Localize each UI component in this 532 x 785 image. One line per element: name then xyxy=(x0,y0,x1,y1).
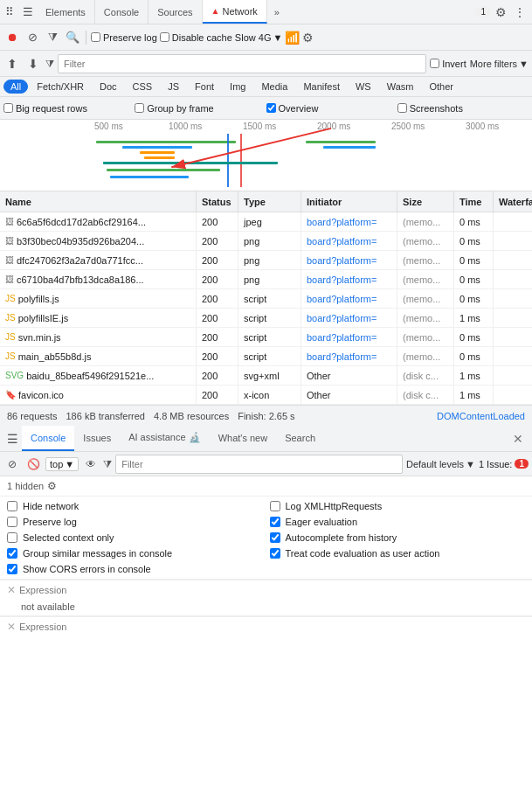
chip-doc[interactable]: Doc xyxy=(93,80,124,94)
table-row[interactable]: JS polyfillsIE.js 200 script board?platf… xyxy=(0,309,532,328)
search-icon[interactable]: 🔍 xyxy=(64,29,81,46)
preserve-log-console-checkbox[interactable] xyxy=(7,517,17,527)
chip-all[interactable]: All xyxy=(3,80,28,94)
chip-other[interactable]: Other xyxy=(422,80,460,94)
more-options-icon[interactable]: ⋮ xyxy=(511,5,529,19)
th-time[interactable]: Time xyxy=(454,191,494,212)
expression-close-icon-2[interactable]: ✕ xyxy=(7,621,16,633)
wifi-icon[interactable]: 📶 xyxy=(285,31,300,45)
settings-gear-icon[interactable]: ⚙ xyxy=(47,480,57,492)
table-row[interactable]: 🖼 b3f30bec04b935d926ba204... 200 png boa… xyxy=(0,232,532,251)
group-similar-checkbox[interactable] xyxy=(7,548,17,559)
console-context-selector[interactable]: top ▼ xyxy=(45,457,79,471)
console-clear-btn[interactable]: ⊘ xyxy=(3,455,21,473)
filter-icon[interactable]: ⧩ xyxy=(44,29,61,46)
group-similar-option[interactable]: Group similar messages in console xyxy=(7,545,263,561)
console-menu-icon[interactable]: ☰ xyxy=(3,432,22,446)
table-row[interactable]: 🖼 dfc247062f3a2a7d0a771fcc... 200 png bo… xyxy=(0,251,532,270)
import-icon[interactable]: ⬆ xyxy=(3,55,21,73)
more-filters-btn[interactable]: More filters ▼ xyxy=(470,59,529,69)
chip-ws[interactable]: WS xyxy=(349,80,378,94)
tab-issues[interactable]: Issues xyxy=(74,426,120,451)
tab-more[interactable]: » xyxy=(267,0,287,24)
group-by-frame-checkbox[interactable] xyxy=(135,103,144,113)
chip-wasm[interactable]: Wasm xyxy=(380,80,421,94)
th-type[interactable]: Type xyxy=(238,191,301,212)
preserve-log-checkbox[interactable] xyxy=(91,32,100,42)
tab-search[interactable]: Search xyxy=(276,426,324,451)
chip-manifest[interactable]: Manifest xyxy=(296,80,347,94)
hide-network-option[interactable]: Hide network xyxy=(7,498,263,514)
table-row[interactable]: 🖼 c6710ba4d7bfb13dca8a186... 200 png boa… xyxy=(0,270,532,289)
table-row[interactable]: JS svn.min.js 200 script board?platform=… xyxy=(0,328,532,347)
devtools-menu-icon[interactable]: ⠿ xyxy=(0,5,19,18)
filter-input[interactable] xyxy=(58,54,426,73)
eager-evaluation-option[interactable]: Eager evaluation xyxy=(270,514,526,530)
invert-label[interactable]: Invert xyxy=(430,59,466,69)
table-row[interactable]: JS polyfills.js 200 script board?platfor… xyxy=(0,289,532,309)
tab-sources[interactable]: Sources xyxy=(149,0,202,24)
log-xmlhttprequests-checkbox[interactable] xyxy=(270,501,280,511)
tab-console[interactable]: Console xyxy=(95,0,149,24)
tab-whats-new[interactable]: What's new xyxy=(210,426,277,451)
preserve-log-option[interactable]: Preserve log xyxy=(7,514,263,530)
tab-console-panel[interactable]: Console xyxy=(22,426,74,451)
disable-cache-checkbox[interactable] xyxy=(160,32,169,42)
overview-label[interactable]: Overview xyxy=(266,103,319,114)
console-stop-btn[interactable]: 🚫 xyxy=(24,455,42,473)
expression-close-icon[interactable]: ✕ xyxy=(7,584,16,596)
big-request-rows-checkbox[interactable] xyxy=(3,103,13,113)
table-row[interactable]: JS main_ab55b8d.js 200 script board?plat… xyxy=(0,347,532,366)
table-row[interactable]: 🖼 6c6a5f6dcd17d2ab6cf29164... 200 jpeg b… xyxy=(0,212,532,232)
network-settings-icon[interactable]: ⚙ xyxy=(302,31,314,45)
th-waterfall[interactable]: Waterfall xyxy=(494,191,532,212)
expression-input-2[interactable] xyxy=(19,622,525,632)
console-filter-input[interactable] xyxy=(115,455,403,474)
screenshots-label[interactable]: Screenshots xyxy=(397,103,463,114)
chip-img[interactable]: Img xyxy=(223,80,252,94)
selected-context-only-option[interactable]: Selected context only xyxy=(7,530,263,545)
th-size[interactable]: Size xyxy=(397,191,454,212)
issue-count[interactable]: 1 Issue: 1 xyxy=(479,459,529,469)
chip-media[interactable]: Media xyxy=(254,80,294,94)
hide-network-checkbox[interactable] xyxy=(7,501,17,511)
treat-code-option[interactable]: Treat code evaluation as user action xyxy=(270,545,526,561)
export-icon[interactable]: ⬇ xyxy=(24,55,42,73)
clear-btn[interactable]: ⊘ xyxy=(24,29,41,46)
treat-code-checkbox[interactable] xyxy=(270,548,280,559)
th-initiator[interactable]: Initiator xyxy=(301,191,397,212)
table-row[interactable]: 🔖 favicon.ico 200 x-icon Other (disk c..… xyxy=(0,386,532,405)
disable-cache-label[interactable]: Disable cache xyxy=(160,32,232,43)
chip-css[interactable]: CSS xyxy=(126,80,160,94)
tab-elements[interactable]: Elements xyxy=(37,0,95,24)
record-btn[interactable]: ⏺ xyxy=(3,29,21,46)
overview-checkbox[interactable] xyxy=(266,103,276,113)
eager-evaluation-checkbox[interactable] xyxy=(270,517,280,527)
autocomplete-history-checkbox[interactable] xyxy=(270,532,280,543)
table-row[interactable]: SVG baidu_85beaf5496f291521e... 200 svg+… xyxy=(0,366,532,386)
screenshots-checkbox[interactable] xyxy=(397,103,407,113)
devtools-device-icon[interactable]: ☰ xyxy=(19,5,37,18)
expression-input-1[interactable] xyxy=(19,585,525,595)
panel-close-btn[interactable]: ✕ xyxy=(508,432,529,446)
cors-errors-checkbox[interactable] xyxy=(7,564,17,574)
preserve-log-label[interactable]: Preserve log xyxy=(91,32,157,43)
log-xmlhttprequests-option[interactable]: Log XMLHttpRequests xyxy=(270,498,526,514)
autocomplete-history-option[interactable]: Autocomplete from history xyxy=(270,530,526,545)
eye-icon[interactable]: 👁 xyxy=(82,455,100,473)
throttle-select-wrapper[interactable]: Slow 4G ▼ xyxy=(235,32,282,43)
chip-fetch-xhr[interactable]: Fetch/XHR xyxy=(30,80,91,94)
chip-font[interactable]: Font xyxy=(188,80,221,94)
cors-errors-option[interactable]: Show CORS errors in console xyxy=(7,561,263,577)
big-request-rows-label[interactable]: Big request rows xyxy=(3,103,87,114)
tab-network[interactable]: ▲ Network xyxy=(203,0,267,24)
th-name[interactable]: Name xyxy=(0,191,197,212)
selected-context-only-checkbox[interactable] xyxy=(7,532,17,543)
default-levels-btn[interactable]: Default levels ▼ xyxy=(406,459,475,469)
th-status[interactable]: Status xyxy=(197,191,238,212)
settings-icon[interactable]: ⚙ xyxy=(493,5,509,19)
group-by-frame-label[interactable]: Group by frame xyxy=(135,103,213,114)
tab-ai-assistance[interactable]: AI assistance 🔬 xyxy=(120,426,209,451)
notification-badge[interactable]: 1 xyxy=(475,6,491,17)
invert-checkbox[interactable] xyxy=(430,59,439,68)
